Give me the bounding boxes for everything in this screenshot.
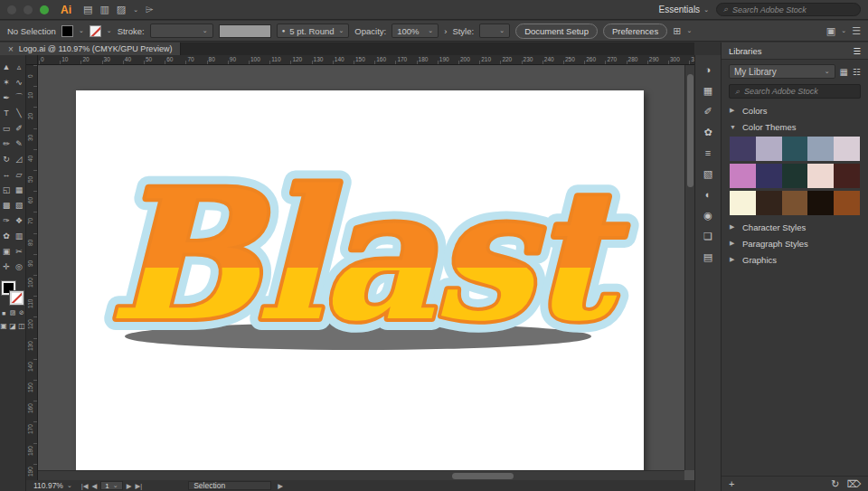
- color-swatch[interactable]: [834, 137, 860, 161]
- type-tool[interactable]: T: [0, 105, 13, 120]
- magic-wand-tool[interactable]: ✶: [0, 74, 13, 90]
- gradient-panel-icon[interactable]: ▧: [700, 166, 716, 181]
- brushes-panel-icon[interactable]: ✐: [700, 104, 716, 118]
- color-swatch[interactable]: [756, 191, 782, 215]
- layout-grid-icon[interactable]: ▣: [826, 25, 835, 37]
- preferences-button[interactable]: Preferences: [603, 24, 667, 39]
- close-tab-icon[interactable]: ×: [8, 44, 14, 54]
- document-icon[interactable]: ▤: [83, 4, 92, 15]
- section-character-styles[interactable]: ▶ Character Styles: [722, 219, 868, 235]
- stroke-panel-icon[interactable]: ≡: [700, 146, 716, 160]
- style-dropdown[interactable]: ⌄: [479, 24, 510, 38]
- blend-tool[interactable]: ❖: [13, 212, 25, 228]
- vertical-ruler[interactable]: 0102030405060708090100110120130140150160…: [26, 65, 38, 480]
- chevron-down-icon[interactable]: ⌄: [841, 27, 846, 34]
- rotate-tool[interactable]: ↻: [0, 151, 13, 166]
- swatch-icon[interactable]: ▨: [117, 4, 126, 15]
- draw-normal-icon[interactable]: ▣: [0, 321, 7, 331]
- library-search-input[interactable]: ⌕ Search Adobe Stock: [729, 84, 861, 99]
- chevron-down-icon[interactable]: ⌄: [686, 27, 692, 34]
- color-swatch[interactable]: [730, 164, 756, 188]
- list-view-icon[interactable]: ☷: [853, 67, 861, 77]
- selection-tool[interactable]: ▲: [0, 59, 13, 74]
- color-swatch[interactable]: [807, 164, 834, 188]
- swatches-panel-icon[interactable]: ▦: [700, 83, 716, 98]
- logo-text[interactable]: Blast: [108, 150, 627, 361]
- chevron-down-icon[interactable]: ⌄: [107, 27, 112, 34]
- share-icon[interactable]: ⌲: [146, 4, 154, 15]
- color-swatch[interactable]: [807, 137, 834, 161]
- zoom-tool[interactable]: ◎: [13, 259, 25, 274]
- color-swatch[interactable]: [782, 191, 808, 215]
- horizontal-scrollbar[interactable]: [38, 470, 684, 480]
- chevron-down-icon[interactable]: ⌄: [79, 27, 84, 34]
- gradient-tool[interactable]: ▧: [13, 197, 25, 212]
- graphic-styles-panel-icon[interactable]: ❏: [700, 229, 716, 243]
- panel-menu-icon[interactable]: ☰: [852, 25, 861, 37]
- section-graphics[interactable]: ▶ Graphics: [722, 251, 868, 268]
- scale-tool[interactable]: ◿: [13, 151, 25, 166]
- ruler-origin-corner[interactable]: [26, 55, 38, 65]
- sync-icon[interactable]: ↻: [831, 478, 839, 490]
- layers-panel-icon[interactable]: ▤: [700, 250, 716, 264]
- status-menu-icon[interactable]: ▶: [278, 482, 283, 490]
- horizontal-scrollbar-thumb[interactable]: [452, 473, 514, 479]
- window-close-button[interactable]: [7, 5, 16, 14]
- opacity-dropdown[interactable]: 100% ⌄: [392, 24, 439, 38]
- free-transform-tool[interactable]: ▱: [13, 166, 25, 182]
- horizontal-ruler[interactable]: 0102030405060708090100110120130140150160…: [26, 55, 694, 65]
- width-tool[interactable]: ↔: [0, 166, 13, 182]
- rectangle-tool[interactable]: ▭: [0, 120, 13, 136]
- library-select[interactable]: My Library ⌄: [729, 64, 835, 79]
- next-artboard-icon[interactable]: ▶: [127, 482, 132, 490]
- screen-mode-icon[interactable]: ◫: [18, 321, 25, 331]
- last-artboard-icon[interactable]: ▶|: [135, 482, 142, 490]
- pen-tool[interactable]: ✒: [0, 90, 13, 105]
- draw-behind-icon[interactable]: ◪: [9, 321, 16, 331]
- stroke-color-well[interactable]: [10, 291, 24, 305]
- curvature-tool[interactable]: ⌒: [13, 90, 25, 105]
- zoom-level-dropdown[interactable]: 110.97% ⌄: [31, 481, 75, 490]
- fill-color-swatch[interactable]: [61, 25, 73, 37]
- shaper-tool[interactable]: ✏: [0, 136, 13, 151]
- delete-icon[interactable]: ⌦: [846, 478, 861, 490]
- section-colors[interactable]: ▶ Colors: [722, 102, 868, 118]
- color-swatch[interactable]: [834, 164, 860, 188]
- color-swatch[interactable]: [834, 191, 860, 215]
- section-paragraph-styles[interactable]: ▶ Paragraph Styles: [722, 235, 868, 251]
- document-setup-button[interactable]: Document Setup: [515, 24, 598, 39]
- lasso-tool[interactable]: ∿: [13, 74, 25, 90]
- line-segment-tool[interactable]: ╲: [13, 105, 25, 120]
- color-panel-icon[interactable]: ◑: [700, 62, 716, 77]
- arrange-documents-icon[interactable]: ⊞: [673, 25, 681, 37]
- slice-tool[interactable]: ✂: [13, 243, 25, 259]
- transparency-panel-icon[interactable]: ◐: [700, 187, 716, 202]
- color-swatch[interactable]: [756, 164, 782, 188]
- hand-tool[interactable]: ✛: [0, 259, 13, 274]
- symbols-panel-icon[interactable]: ✿: [700, 125, 716, 139]
- color-swatch[interactable]: [756, 137, 782, 161]
- artboard-number-dropdown[interactable]: 1 ⌄: [100, 481, 122, 490]
- first-artboard-icon[interactable]: |◀: [81, 482, 89, 490]
- color-swatch[interactable]: [782, 164, 808, 188]
- column-graph-tool[interactable]: ▥: [13, 228, 25, 243]
- pencil-tool[interactable]: ✎: [13, 136, 25, 151]
- section-color-themes[interactable]: ▼ Color Themes: [722, 118, 868, 135]
- paintbrush-tool[interactable]: ✐: [13, 120, 25, 136]
- chevron-down-icon[interactable]: ⌄: [133, 6, 138, 14]
- add-to-library-button[interactable]: +: [729, 478, 734, 489]
- eyedropper-tool[interactable]: ✑: [0, 212, 13, 228]
- color-button[interactable]: ■: [0, 308, 7, 317]
- artboard[interactable]: Blast Blast: [76, 90, 644, 480]
- symbol-sprayer-tool[interactable]: ✿: [0, 228, 13, 243]
- grid-view-icon[interactable]: ▦: [840, 67, 848, 77]
- previous-artboard-icon[interactable]: ◀: [92, 482, 98, 490]
- status-tool-field[interactable]: Selection: [188, 481, 271, 490]
- color-swatch[interactable]: [730, 191, 756, 215]
- layout-icon[interactable]: ▥: [99, 4, 108, 15]
- direct-selection-tool[interactable]: ▵: [13, 59, 25, 74]
- opacity-more-icon[interactable]: ›: [444, 26, 447, 36]
- workspace-switcher[interactable]: Essentials ⌄: [659, 5, 709, 14]
- window-zoom-button[interactable]: [40, 5, 49, 14]
- vertical-scrollbar-thumb[interactable]: [687, 74, 693, 187]
